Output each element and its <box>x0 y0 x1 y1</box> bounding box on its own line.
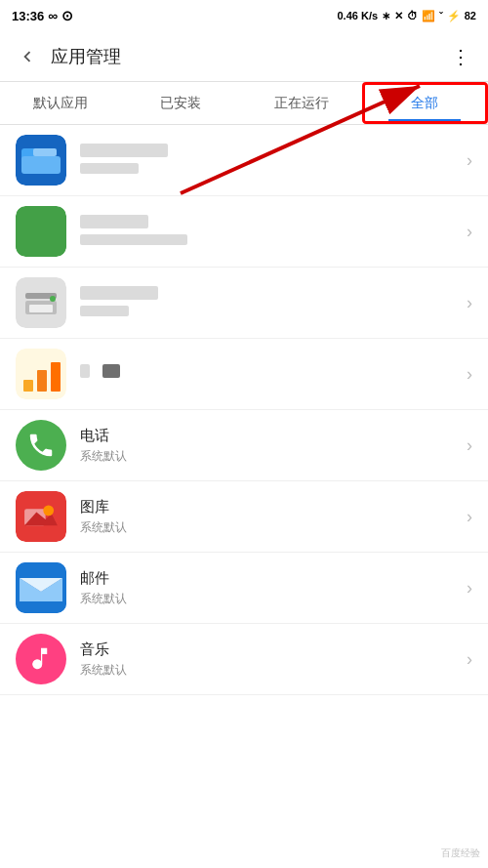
wifi-icon: 📶 <box>422 10 435 22</box>
app-icon-1 <box>16 135 66 186</box>
battery-display: 82 <box>465 10 476 21</box>
svg-rect-15 <box>51 362 61 392</box>
signal-icon: ˇ <box>439 10 443 21</box>
svg-rect-13 <box>23 380 33 392</box>
svg-point-19 <box>43 505 54 516</box>
app-info-1 <box>80 144 467 177</box>
app-info-phone: 电话 系统默认 <box>80 427 467 465</box>
status-bar: 13:36 ∞ ⊙ 0.46 K/s ∗ ✕ ⏱ 📶 ˇ ⚡ 82 <box>0 0 488 31</box>
chevron-icon-3: › <box>467 293 472 313</box>
svg-rect-14 <box>37 370 47 392</box>
tab-bar: 默认应用 已安装 正在运行 全部 <box>0 82 488 125</box>
infinity-icon: ∞ <box>48 8 58 23</box>
more-options-button[interactable]: ⋮ <box>441 37 480 76</box>
app-name-music: 音乐 <box>80 641 467 659</box>
app-item-email[interactable]: 邮件 系统默认 › <box>0 553 488 624</box>
chevron-icon-music: › <box>467 649 472 670</box>
tab-default[interactable]: 默认应用 <box>0 82 121 124</box>
svg-rect-6 <box>16 206 66 257</box>
app-name-2 <box>80 215 467 231</box>
app-sub-music: 系统默认 <box>80 662 467 679</box>
app-info-music: 音乐 系统默认 <box>80 641 467 679</box>
app-header: 应用管理 ⋮ <box>0 31 488 82</box>
app-item-2[interactable]: › <box>0 196 488 268</box>
svg-rect-4 <box>21 156 61 174</box>
svg-rect-5 <box>33 148 57 156</box>
status-bar-right: 0.46 K/s ∗ ✕ ⏱ 📶 ˇ ⚡ 82 <box>337 10 476 22</box>
app-name-phone: 电话 <box>80 427 467 445</box>
bluetooth-icon: ∗ <box>382 10 390 22</box>
app-icon-4 <box>16 349 66 399</box>
app-sub-phone: 系统默认 <box>80 448 467 465</box>
time-display: 13:36 <box>12 9 44 23</box>
app-name-3 <box>80 286 467 303</box>
app-info-gallery: 图库 系统默认 <box>80 498 467 536</box>
network-speed: 0.46 K/s <box>337 10 378 21</box>
tab-installed[interactable]: 已安装 <box>121 82 242 124</box>
chevron-icon-gallery: › <box>467 507 472 527</box>
app-sub-2 <box>80 234 467 248</box>
app-sub-1 <box>80 163 467 177</box>
app-icon-gallery <box>16 491 66 542</box>
app-item-3[interactable]: › <box>0 268 488 339</box>
no-signal-icon: ✕ <box>394 10 403 22</box>
chevron-icon-2: › <box>467 222 472 242</box>
chevron-icon-email: › <box>467 578 472 599</box>
app-name-email: 邮件 <box>80 569 467 588</box>
charging-icon: ⚡ <box>447 10 461 22</box>
app-icon-3 <box>16 277 66 328</box>
app-icon-email <box>16 562 66 613</box>
app-item-gallery[interactable]: 图库 系统默认 › <box>0 481 488 553</box>
tab-all[interactable]: 全部 <box>362 82 489 124</box>
app-sub-gallery: 系统默认 <box>80 519 467 536</box>
app-name-gallery: 图库 <box>80 498 467 517</box>
app-info-2 <box>80 215 467 248</box>
status-bar-left: 13:36 ∞ ⊙ <box>12 8 73 23</box>
app-item-music[interactable]: 音乐 系统默认 › <box>0 624 488 695</box>
app-info-3 <box>80 286 467 319</box>
record-icon: ⊙ <box>61 8 73 23</box>
svg-rect-10 <box>29 305 53 312</box>
app-info-email: 邮件 系统默认 <box>80 569 467 607</box>
app-sub-email: 系统默认 <box>80 591 467 607</box>
app-item-1[interactable]: › <box>0 125 488 196</box>
app-sub-3 <box>80 306 467 319</box>
back-button[interactable] <box>8 37 47 76</box>
app-icon-2 <box>16 206 66 257</box>
app-icon-phone <box>16 420 66 471</box>
app-info-4 <box>80 364 467 384</box>
app-name-1 <box>80 144 467 160</box>
tab-running[interactable]: 正在运行 <box>241 82 362 124</box>
app-icon-music <box>16 634 66 684</box>
chevron-icon-1: › <box>467 150 472 171</box>
app-list: › › <box>0 125 488 868</box>
chevron-icon-4: › <box>467 364 472 385</box>
clock-icon: ⏱ <box>407 10 418 21</box>
page-title: 应用管理 <box>51 45 441 68</box>
app-item-4[interactable]: › <box>0 339 488 410</box>
app-name-4 <box>80 364 467 381</box>
svg-point-11 <box>50 296 56 302</box>
app-item-phone[interactable]: 电话 系统默认 › <box>0 410 488 481</box>
chevron-icon-phone: › <box>467 435 472 456</box>
